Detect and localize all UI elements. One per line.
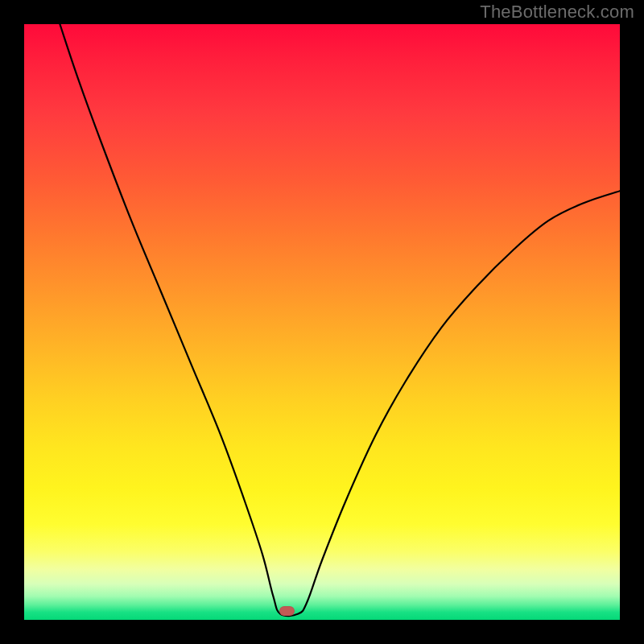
curve-path	[60, 24, 620, 616]
minimum-marker	[279, 606, 295, 616]
bottleneck-curve	[24, 24, 620, 620]
plot-area	[24, 24, 620, 620]
watermark-text: TheBottleneck.com	[480, 2, 634, 23]
chart-frame: TheBottleneck.com	[0, 0, 644, 644]
